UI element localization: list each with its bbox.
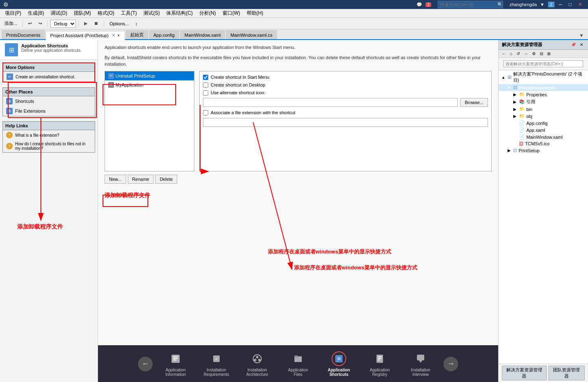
expand-printsdocs[interactable]: ▼: [507, 85, 512, 90]
tab-dropdown-icon[interactable]: ▼: [117, 33, 120, 38]
redo-icon[interactable]: ↪: [36, 20, 45, 27]
delete-button[interactable]: Delete: [155, 175, 177, 184]
properties-label: Properties: [526, 92, 547, 97]
tab-project-assistant[interactable]: Project Assistant (PrintSetup) ✕ ▼: [46, 31, 125, 40]
tree-item-properties[interactable]: ▶ 📁 Properties: [499, 91, 588, 98]
app-shortcuts-svg: ⊞: [334, 354, 344, 364]
undo-icon[interactable]: ↩: [25, 20, 35, 27]
expand-obj[interactable]: ▶: [512, 114, 517, 118]
menu-item-help[interactable]: 帮助(H): [243, 9, 267, 18]
options-button[interactable]: Options...: [107, 20, 131, 27]
tree-item-appconfig[interactable]: 📄 App.config: [499, 120, 588, 127]
nav-prev-button[interactable]: ←: [138, 357, 153, 371]
solution-label: 解决方案'PrintsDocuments' (2 个项目): [513, 71, 586, 83]
close-panel-button[interactable]: ✕: [578, 42, 585, 48]
rt-forward-button[interactable]: →: [522, 51, 530, 57]
nav-item-app-files[interactable]: Application Files: [278, 349, 318, 379]
tab-mainwindow-cs[interactable]: MainWindow.xaml.cs: [226, 30, 277, 39]
nav-item-install-interview[interactable]: Installation Interview: [400, 349, 441, 379]
extra-button[interactable]: ↕: [132, 20, 140, 27]
run-icon[interactable]: ▶: [81, 20, 90, 27]
menu-item-format[interactable]: 格式(O): [94, 9, 118, 18]
menu-item-arch[interactable]: 体系结构(C): [163, 9, 196, 18]
rt-collapse-button[interactable]: ⊟: [538, 51, 545, 57]
close-button[interactable]: ✕: [576, 1, 585, 8]
solution-explorer-tab[interactable]: 解决方案资源管理器: [502, 366, 547, 380]
nav-item-app-shortcuts[interactable]: ⊞ Application Shortcuts: [318, 349, 359, 379]
tab-mainwindow-xaml[interactable]: MainWindow.xaml: [180, 30, 225, 39]
uninstall-shortcut-item[interactable]: ↩ Create an uninstallation shortcut.: [3, 72, 94, 82]
rt-settings-button[interactable]: ⚙: [530, 51, 537, 57]
rt-more-button[interactable]: ⊞: [546, 51, 552, 57]
menu-bar: 项目(P) 生成(B) 调试(D) 团队(M) 格式(O) 工具(T) 测试(S…: [0, 9, 588, 18]
menu-item-tools[interactable]: 工具(T): [118, 9, 140, 18]
pin-button[interactable]: 📌: [569, 42, 577, 48]
tab-close-project-assistant[interactable]: ✕: [112, 33, 115, 38]
tree-item-tcms-ico[interactable]: 🖼 TCMSv5.ico: [499, 140, 588, 147]
other-places-section: Other Places ⊞ Shortcuts ⊞ File Extensio…: [2, 87, 95, 116]
help-link-1[interactable]: ? What is a file extension?: [3, 130, 95, 140]
title-bar-right: 💬 2 🔍 zhanghengda ▼ Z ─ □ ✕: [416, 1, 585, 8]
tree-item-bin[interactable]: ▶ 📁 bin: [499, 106, 588, 113]
tree-item-obj[interactable]: ▶ 📁 obj: [499, 113, 588, 120]
menu-item-project[interactable]: 项目(P): [2, 9, 24, 18]
shortcut-item-uninstall[interactable]: ↩ Uninstall PrintSetup: [105, 71, 194, 80]
checkbox-start-menu[interactable]: [203, 75, 208, 80]
menu-item-team[interactable]: 团队(M): [71, 9, 94, 18]
menu-item-analyze[interactable]: 分析(N): [196, 9, 219, 18]
nav-item-install-arch[interactable]: Installation Architecture: [237, 349, 278, 379]
checkbox-alt-icon[interactable]: [203, 90, 208, 96]
shortcut-item-myapp[interactable]: A MyApplication: [105, 80, 194, 89]
nav-next-button[interactable]: →: [443, 357, 458, 371]
tree-item-printsdocuments[interactable]: ▼ ⊡ PrintsDocuments: [499, 84, 588, 91]
rt-refresh-button[interactable]: ↺: [515, 51, 521, 57]
app-files-svg: [292, 353, 304, 364]
minimize-button[interactable]: ─: [556, 1, 565, 8]
solution-search-input[interactable]: [503, 60, 583, 67]
menu-item-build[interactable]: 生成(B): [24, 9, 47, 18]
rt-back-button[interactable]: ←: [500, 51, 508, 57]
restore-button[interactable]: □: [566, 1, 574, 8]
add-button[interactable]: 添加...: [2, 19, 20, 28]
help-link-2[interactable]: ? How do I create shortcuts to files not…: [3, 140, 95, 152]
menu-item-debug[interactable]: 调试(D): [47, 9, 71, 18]
tree-item-solution[interactable]: ▲ ⊞ 解决方案'PrintsDocuments' (2 个项目): [499, 70, 588, 84]
debug-mode-select[interactable]: Debug: [50, 20, 76, 28]
expand-printsetup[interactable]: ▶: [507, 148, 512, 153]
team-explorer-tab[interactable]: 团队资源管理器: [548, 366, 585, 380]
menu-item-test[interactable]: 测试(S): [140, 9, 163, 18]
tree-item-refs[interactable]: ▶ 📚 引用: [499, 98, 588, 106]
menu-item-window[interactable]: 窗口(W): [219, 9, 243, 18]
tab-printsdocuments[interactable]: PrintsDocuments: [2, 30, 45, 39]
rename-button[interactable]: Rename: [128, 175, 154, 184]
nav-item-install-req[interactable]: ✓ Installation Requirements: [196, 349, 237, 379]
expand-solution[interactable]: ▲: [501, 75, 506, 80]
tabs-overflow-icon[interactable]: ▼: [577, 32, 586, 39]
solution-tree: ▲ ⊞ 解决方案'PrintsDocuments' (2 个项目) ▼ ⊡ Pr…: [499, 70, 588, 364]
notify-badge: 2: [425, 2, 431, 7]
mainwindow-xaml-label: MainWindow.xaml: [526, 135, 563, 140]
quick-launch-input[interactable]: [438, 1, 503, 8]
stop-icon[interactable]: ⏹: [91, 20, 101, 27]
tree-item-printsetup[interactable]: ▶ ⊡ PrintSetup: [499, 147, 588, 154]
rt-home-button[interactable]: ⌂: [508, 51, 514, 57]
nav-item-app-info[interactable]: Application Information: [155, 349, 196, 379]
file-extensions-link[interactable]: ⊞ File Extensions: [3, 106, 95, 116]
tab-appconfig[interactable]: App.config: [149, 30, 179, 39]
shortcuts-link[interactable]: ⊞ Shortcuts: [3, 96, 95, 106]
folder-icon-properties: 📁: [519, 92, 525, 97]
browse-button[interactable]: Browse...: [460, 98, 488, 107]
checkbox-associate-ext[interactable]: [203, 110, 208, 115]
checkbox-desktop[interactable]: [203, 82, 208, 88]
user-chevron-icon[interactable]: ▼: [540, 2, 545, 7]
expand-refs[interactable]: ▶: [512, 100, 517, 104]
icon-path-input[interactable]: [203, 98, 458, 107]
new-button[interactable]: New...: [105, 175, 126, 184]
tree-item-mainwindow-xaml[interactable]: 📄 MainWindow.xaml: [499, 133, 588, 140]
nav-item-app-registry[interactable]: Application Registry: [359, 349, 400, 379]
tree-item-appxaml[interactable]: 📄 App.xaml: [499, 127, 588, 133]
expand-bin[interactable]: ▶: [512, 107, 517, 111]
ext-input[interactable]: [203, 118, 488, 127]
tab-start-page[interactable]: 起始页: [126, 30, 148, 39]
expand-properties[interactable]: ▶: [512, 92, 517, 97]
